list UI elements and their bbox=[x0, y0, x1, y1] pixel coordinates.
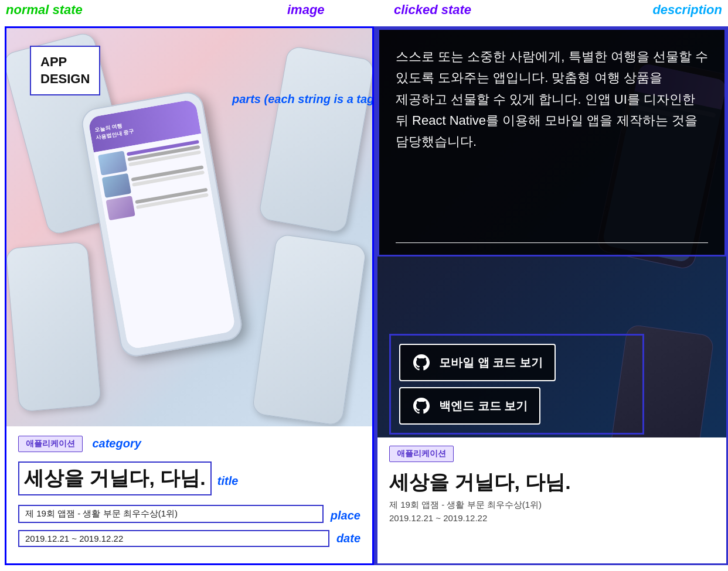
image-area: 오늘의 여행사용법안내 중구 bbox=[6, 28, 372, 426]
bg-phone-2 bbox=[258, 45, 372, 233]
mobile-code-link[interactable]: 모바일 앱 코드 보기 bbox=[399, 344, 556, 381]
right-bottom-info: 애플리케이션 세상을 거닐다, 다님. 제 19회 앱잼 - 생활 부문 최우수… bbox=[377, 437, 726, 563]
mobile-code-label: 모바일 앱 코드 보기 bbox=[439, 355, 543, 371]
description-box: 스스로 또는 소중한 사람에게, 특별한 여행을 선물할 수 있도록 도와주는 … bbox=[377, 28, 726, 257]
image-label: image bbox=[287, 2, 325, 18]
category-annotation: category bbox=[92, 437, 141, 450]
right-date: 2019.12.21 ~ 2019.12.22 bbox=[389, 513, 715, 523]
links-box: 모바일 앱 코드 보기 백엔드 코드 보기 bbox=[389, 334, 644, 435]
phone-thumb-1 bbox=[98, 151, 127, 175]
left-bottom-info: 애플리케이션 category 세상을 거닐다, 다님. title 제 19회… bbox=[6, 426, 372, 563]
category-badge: 애플리케이션 bbox=[18, 436, 83, 452]
parts-label: parts (each string is a tag) bbox=[232, 93, 372, 106]
normal-state-panel: 오늘의 여행사용법안내 중구 bbox=[5, 26, 374, 565]
place-annotation: place bbox=[331, 509, 360, 522]
phone-header-text: 오늘의 여행사용법안내 중구 bbox=[94, 120, 134, 142]
github-icon-backend bbox=[412, 396, 431, 415]
right-category-badge: 애플리케이션 bbox=[389, 446, 454, 462]
bg-phone-3 bbox=[6, 241, 101, 412]
place-text: 제 19회 앱잼 - 생활 부문 최우수상(1위) bbox=[25, 508, 178, 519]
phone-content bbox=[94, 134, 236, 350]
normal-state-label: normal state bbox=[6, 2, 83, 18]
main-layout: 오늘의 여행사용법안내 중구 bbox=[0, 0, 728, 571]
right-project-title: 세상을 거닐다, 다님. bbox=[389, 469, 715, 496]
place-row: 제 19회 앱잼 - 생활 부문 최우수상(1위) bbox=[18, 505, 324, 523]
description-label: description bbox=[652, 2, 722, 18]
description-text: 스스로 또는 소중한 사람에게, 특별한 여행을 선물할 수 있도록 도와주는 … bbox=[396, 46, 708, 152]
clicked-state-label: clicked state bbox=[394, 2, 471, 18]
phone-lines-3 bbox=[135, 187, 209, 210]
backend-code-link[interactable]: 백엔드 코드 보기 bbox=[399, 387, 540, 425]
project-title: 세상을 거닐다, 다님. bbox=[18, 461, 212, 495]
description-divider bbox=[396, 242, 708, 243]
bg-phone-4 bbox=[251, 234, 367, 426]
clicked-state-panel: 스스로 또는 소중한 사람에게, 특별한 여행을 선물할 수 있도록 도와주는 … bbox=[376, 26, 728, 565]
phone-thumb-3 bbox=[106, 196, 135, 220]
backend-code-label: 백엔드 코드 보기 bbox=[439, 398, 528, 414]
date-text: 2019.12.21 ~ 2019.12.22 bbox=[25, 534, 123, 543]
date-row: 2019.12.21 ~ 2019.12.22 bbox=[18, 530, 329, 547]
tag-design: DESIGN bbox=[40, 71, 90, 88]
title-annotation: title bbox=[217, 474, 239, 488]
phone-thumb-2 bbox=[102, 173, 131, 198]
tag-app: APP bbox=[40, 54, 90, 71]
main-phone-mockup: 오늘의 여행사용법안내 중구 bbox=[79, 90, 244, 359]
date-annotation: date bbox=[336, 532, 360, 545]
right-place: 제 19회 앱잼 - 생활 부문 최우수상(1위) bbox=[389, 500, 715, 511]
tags-overlay: APP DESIGN bbox=[30, 46, 100, 95]
github-icon-mobile bbox=[412, 353, 431, 372]
phone-screen: 오늘의 여행사용법안내 중구 bbox=[88, 99, 236, 350]
